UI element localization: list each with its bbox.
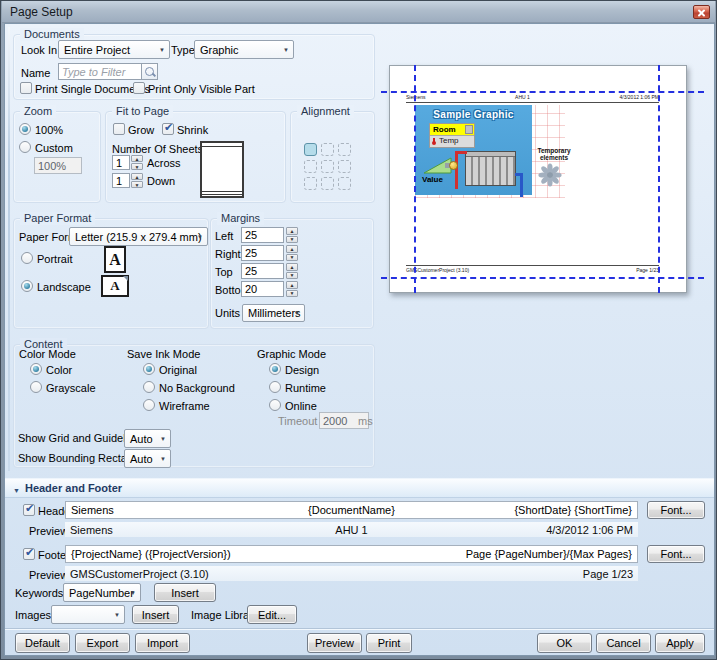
margin-left-input[interactable]: 25 xyxy=(241,227,284,243)
spin-up-icon[interactable] xyxy=(286,245,298,253)
margins-group: Margins Left 25 Right 25 Top 25 Bottom 2… xyxy=(210,218,374,329)
shrink-checkbox[interactable] xyxy=(162,123,174,135)
runtime-radio[interactable] xyxy=(269,381,281,393)
cancel-button[interactable]: Cancel xyxy=(596,633,651,653)
design-radio[interactable] xyxy=(269,363,281,375)
grayscale-radio[interactable] xyxy=(30,381,42,393)
number-of-sheets-label: Number Of Sheets xyxy=(112,143,203,155)
spin-down-icon[interactable] xyxy=(286,272,298,280)
spin-up-icon[interactable] xyxy=(131,173,143,180)
header-text-input[interactable]: Siemens {DocumentName} {ShortDate} {Shor… xyxy=(65,501,638,519)
landscape-radio[interactable] xyxy=(21,280,33,292)
margin-right-label: Right xyxy=(215,248,241,260)
margin-top-stepper[interactable] xyxy=(286,263,298,279)
keywords-dropdown[interactable]: PageNumber xyxy=(63,583,141,602)
fit-to-page-group-label: Fit to Page xyxy=(112,105,173,118)
alignment-cell[interactable] xyxy=(304,143,317,156)
sheets-down-input[interactable]: 1 xyxy=(112,173,130,188)
default-button[interactable]: Default xyxy=(15,633,70,653)
page-setup-dialog: Page Setup Documents Look In Entire Proj… xyxy=(0,0,717,660)
print-only-visible-part-label: Print Only Visible Part xyxy=(148,83,255,95)
zoom-100-radio[interactable] xyxy=(19,123,31,135)
print-single-documents-checkbox[interactable] xyxy=(20,82,32,94)
export-button[interactable]: Export xyxy=(75,633,130,653)
spin-up-icon[interactable] xyxy=(131,155,143,162)
alignment-cell[interactable] xyxy=(338,177,351,190)
close-button[interactable] xyxy=(693,5,710,19)
footer-preview-label: Preview xyxy=(29,569,63,581)
spin-up-icon[interactable] xyxy=(286,227,298,235)
spin-down-icon[interactable] xyxy=(131,181,143,188)
preview-button[interactable]: Preview xyxy=(307,633,362,653)
no-background-label: No Background xyxy=(159,382,235,394)
margin-right-stepper[interactable] xyxy=(286,245,298,261)
original-radio[interactable] xyxy=(143,363,155,375)
title-bar[interactable]: Page Setup xyxy=(2,1,715,23)
search-button[interactable] xyxy=(141,63,158,80)
header-and-footer-expander[interactable]: Header and Footer xyxy=(5,478,714,498)
images-insert-label: Insert xyxy=(142,609,170,621)
online-radio[interactable] xyxy=(269,399,281,411)
sheets-across-input[interactable]: 1 xyxy=(112,155,130,170)
preview-header-rule xyxy=(406,102,659,103)
temp-label: Temp xyxy=(439,136,459,145)
paper-format-group: Paper Format Paper Form Letter (215.9 x … xyxy=(13,218,209,329)
name-filter-input[interactable] xyxy=(58,63,142,80)
no-background-radio[interactable] xyxy=(143,381,155,393)
spin-down-icon[interactable] xyxy=(286,290,298,298)
print-button[interactable]: Print xyxy=(366,633,412,653)
ok-button-label: OK xyxy=(557,637,573,649)
portrait-radio[interactable] xyxy=(21,252,33,264)
spin-down-icon[interactable] xyxy=(131,163,143,170)
footer-text-input[interactable]: {ProjectName} ({ProjectVersion}) Page {P… xyxy=(65,545,638,563)
spin-down-icon[interactable] xyxy=(286,236,298,244)
alignment-cell[interactable] xyxy=(321,160,334,173)
show-bounding-dropdown[interactable]: Auto xyxy=(124,449,171,468)
margin-top-input[interactable]: 25 xyxy=(241,263,284,279)
alignment-cell[interactable] xyxy=(338,160,351,173)
margin-right-input[interactable]: 25 xyxy=(241,245,284,261)
show-grid-dropdown[interactable]: Auto xyxy=(124,429,171,448)
alignment-cell[interactable] xyxy=(304,160,317,173)
show-bounding-value: Auto xyxy=(130,453,153,465)
apply-button[interactable]: Apply xyxy=(655,633,705,653)
alignment-cell[interactable] xyxy=(338,143,351,156)
spin-up-icon[interactable] xyxy=(286,263,298,271)
color-radio[interactable] xyxy=(30,363,42,375)
alignment-cell[interactable] xyxy=(321,177,334,190)
margin-left-stepper[interactable] xyxy=(286,227,298,243)
images-dropdown[interactable] xyxy=(51,605,125,624)
sheets-down-stepper[interactable] xyxy=(131,173,143,188)
import-button[interactable]: Import xyxy=(135,633,190,653)
margin-bottom-input[interactable]: 20 xyxy=(241,281,284,297)
alignment-cell[interactable] xyxy=(321,143,334,156)
header-font-button[interactable]: Font... xyxy=(647,501,705,519)
type-dropdown[interactable]: Graphic xyxy=(194,40,294,59)
header-checkbox[interactable] xyxy=(23,504,35,516)
zoom-custom-input[interactable]: 100% xyxy=(34,157,82,174)
spin-up-icon[interactable] xyxy=(286,281,298,289)
sheets-across-stepper[interactable] xyxy=(131,155,143,170)
images-insert-button[interactable]: Insert xyxy=(132,605,179,624)
paper-form-dropdown[interactable]: Letter (215.9 x 279.4 mm) xyxy=(69,227,208,246)
units-dropdown[interactable]: Millimeters xyxy=(242,304,305,322)
margin-top-value: 25 xyxy=(245,265,257,277)
print-only-visible-part-checkbox[interactable] xyxy=(133,82,145,94)
margin-bottom-stepper[interactable] xyxy=(286,281,298,297)
image-library-edit-button[interactable]: Edit... xyxy=(247,605,297,624)
alignment-cell[interactable] xyxy=(304,177,317,190)
wireframe-radio[interactable] xyxy=(143,399,155,411)
look-in-dropdown[interactable]: Entire Project xyxy=(58,40,170,59)
footer-checkbox[interactable] xyxy=(23,548,35,560)
zoom-custom-radio[interactable] xyxy=(19,141,31,153)
spin-down-icon[interactable] xyxy=(286,254,298,262)
look-in-value: Entire Project xyxy=(64,44,130,56)
keywords-insert-button[interactable]: Insert xyxy=(154,583,216,602)
ok-button[interactable]: OK xyxy=(537,633,592,653)
header-right-text: {ShortDate} {ShortTime} xyxy=(514,504,632,516)
zoom-custom-value: 100% xyxy=(38,160,66,172)
type-value: Graphic xyxy=(200,44,239,56)
grow-checkbox[interactable] xyxy=(113,123,125,135)
footer-font-button[interactable]: Font... xyxy=(647,545,705,563)
timeout-value: 2000 xyxy=(323,415,347,427)
